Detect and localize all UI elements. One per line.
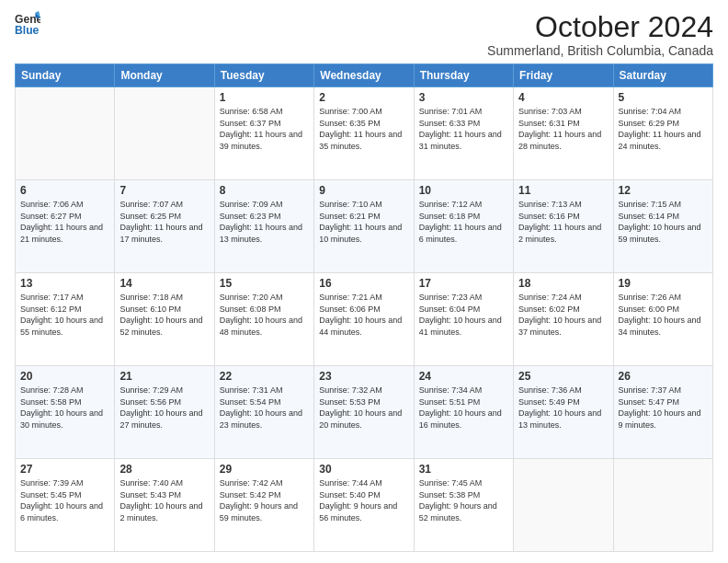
calendar-cell: 12Sunrise: 7:15 AM Sunset: 6:14 PM Dayli… <box>613 180 712 273</box>
weekday-header: Friday <box>514 64 613 87</box>
day-number: 1 <box>220 91 309 104</box>
calendar-cell: 18Sunrise: 7:24 AM Sunset: 6:02 PM Dayli… <box>514 273 613 366</box>
day-info: Sunrise: 7:18 AM Sunset: 6:10 PM Dayligh… <box>119 292 209 338</box>
day-number: 4 <box>518 91 608 104</box>
calendar-table: SundayMondayTuesdayWednesdayThursdayFrid… <box>15 63 713 552</box>
month-title: October 2024 <box>487 11 713 43</box>
calendar-week-row: 20Sunrise: 7:28 AM Sunset: 5:58 PM Dayli… <box>16 366 713 459</box>
title-block: October 2024 Summerland, British Columbi… <box>487 11 713 58</box>
calendar-cell: 2Sunrise: 7:00 AM Sunset: 6:35 PM Daylig… <box>314 87 414 180</box>
day-number: 31 <box>419 463 508 476</box>
day-info: Sunrise: 7:10 AM Sunset: 6:21 PM Dayligh… <box>319 199 408 245</box>
calendar-cell: 21Sunrise: 7:29 AM Sunset: 5:56 PM Dayli… <box>115 366 214 459</box>
calendar-cell: 30Sunrise: 7:44 AM Sunset: 5:40 PM Dayli… <box>314 459 414 552</box>
day-number: 6 <box>20 184 109 197</box>
day-number: 19 <box>619 277 708 290</box>
day-info: Sunrise: 7:03 AM Sunset: 6:31 PM Dayligh… <box>518 106 608 152</box>
day-info: Sunrise: 7:09 AM Sunset: 6:23 PM Dayligh… <box>220 199 309 245</box>
calendar-cell: 1Sunrise: 6:58 AM Sunset: 6:37 PM Daylig… <box>214 87 313 180</box>
calendar-cell: 14Sunrise: 7:18 AM Sunset: 6:10 PM Dayli… <box>115 273 214 366</box>
day-number: 22 <box>220 370 309 383</box>
day-info: Sunrise: 7:17 AM Sunset: 6:12 PM Dayligh… <box>20 292 109 338</box>
day-number: 20 <box>20 370 109 383</box>
weekday-header: Wednesday <box>314 64 414 87</box>
calendar-cell: 15Sunrise: 7:20 AM Sunset: 6:08 PM Dayli… <box>214 273 313 366</box>
calendar-cell: 28Sunrise: 7:40 AM Sunset: 5:43 PM Dayli… <box>115 459 214 552</box>
calendar-cell: 27Sunrise: 7:39 AM Sunset: 5:45 PM Dayli… <box>16 459 115 552</box>
calendar-cell: 11Sunrise: 7:13 AM Sunset: 6:16 PM Dayli… <box>514 180 613 273</box>
calendar-cell: 23Sunrise: 7:32 AM Sunset: 5:53 PM Dayli… <box>314 366 414 459</box>
day-info: Sunrise: 7:40 AM Sunset: 5:43 PM Dayligh… <box>119 477 209 523</box>
logo: General Blue <box>15 11 40 37</box>
day-number: 23 <box>319 370 408 383</box>
day-number: 25 <box>518 370 608 383</box>
location-title: Summerland, British Columbia, Canada <box>487 43 713 58</box>
weekday-header: Tuesday <box>214 64 313 87</box>
calendar-week-row: 27Sunrise: 7:39 AM Sunset: 5:45 PM Dayli… <box>16 459 713 552</box>
calendar-cell <box>115 87 214 180</box>
day-info: Sunrise: 7:29 AM Sunset: 5:56 PM Dayligh… <box>119 385 209 431</box>
day-number: 11 <box>518 184 608 197</box>
day-info: Sunrise: 7:13 AM Sunset: 6:16 PM Dayligh… <box>518 199 608 245</box>
logo-icon: General Blue <box>15 11 40 37</box>
calendar-cell: 20Sunrise: 7:28 AM Sunset: 5:58 PM Dayli… <box>16 366 115 459</box>
day-info: Sunrise: 7:12 AM Sunset: 6:18 PM Dayligh… <box>419 199 508 245</box>
day-info: Sunrise: 7:42 AM Sunset: 5:42 PM Dayligh… <box>220 477 309 523</box>
day-number: 3 <box>419 91 508 104</box>
calendar-cell <box>16 87 115 180</box>
day-number: 15 <box>220 277 309 290</box>
weekday-header: Sunday <box>16 64 115 87</box>
day-info: Sunrise: 7:45 AM Sunset: 5:38 PM Dayligh… <box>419 477 508 523</box>
weekday-header: Monday <box>115 64 214 87</box>
calendar-week-row: 13Sunrise: 7:17 AM Sunset: 6:12 PM Dayli… <box>16 273 713 366</box>
calendar-week-row: 1Sunrise: 6:58 AM Sunset: 6:37 PM Daylig… <box>16 87 713 180</box>
day-info: Sunrise: 7:28 AM Sunset: 5:58 PM Dayligh… <box>20 385 109 431</box>
calendar-cell: 19Sunrise: 7:26 AM Sunset: 6:00 PM Dayli… <box>613 273 712 366</box>
day-info: Sunrise: 7:34 AM Sunset: 5:51 PM Dayligh… <box>419 385 508 431</box>
calendar-cell: 22Sunrise: 7:31 AM Sunset: 5:54 PM Dayli… <box>214 366 313 459</box>
day-number: 9 <box>319 184 408 197</box>
day-number: 24 <box>419 370 508 383</box>
day-number: 21 <box>119 370 209 383</box>
calendar-cell: 10Sunrise: 7:12 AM Sunset: 6:18 PM Dayli… <box>414 180 513 273</box>
day-info: Sunrise: 7:15 AM Sunset: 6:14 PM Dayligh… <box>619 199 708 245</box>
day-number: 2 <box>319 91 408 104</box>
day-info: Sunrise: 7:23 AM Sunset: 6:04 PM Dayligh… <box>419 292 508 338</box>
day-number: 18 <box>518 277 608 290</box>
day-info: Sunrise: 7:20 AM Sunset: 6:08 PM Dayligh… <box>220 292 309 338</box>
calendar-cell: 4Sunrise: 7:03 AM Sunset: 6:31 PM Daylig… <box>514 87 613 180</box>
day-info: Sunrise: 7:31 AM Sunset: 5:54 PM Dayligh… <box>220 385 309 431</box>
page: General Blue October 2024 Summerland, Br… <box>0 0 728 563</box>
day-info: Sunrise: 7:07 AM Sunset: 6:25 PM Dayligh… <box>119 199 209 245</box>
calendar-cell: 7Sunrise: 7:07 AM Sunset: 6:25 PM Daylig… <box>115 180 214 273</box>
calendar-cell: 24Sunrise: 7:34 AM Sunset: 5:51 PM Dayli… <box>414 366 513 459</box>
calendar-cell <box>514 459 613 552</box>
day-info: Sunrise: 7:37 AM Sunset: 5:47 PM Dayligh… <box>619 385 708 431</box>
calendar-cell <box>613 459 712 552</box>
svg-text:Blue: Blue <box>15 24 40 37</box>
calendar-cell: 29Sunrise: 7:42 AM Sunset: 5:42 PM Dayli… <box>214 459 313 552</box>
day-info: Sunrise: 6:58 AM Sunset: 6:37 PM Dayligh… <box>220 106 309 152</box>
day-info: Sunrise: 7:24 AM Sunset: 6:02 PM Dayligh… <box>518 292 608 338</box>
calendar-cell: 3Sunrise: 7:01 AM Sunset: 6:33 PM Daylig… <box>414 87 513 180</box>
day-info: Sunrise: 7:01 AM Sunset: 6:33 PM Dayligh… <box>419 106 508 152</box>
day-info: Sunrise: 7:06 AM Sunset: 6:27 PM Dayligh… <box>20 199 109 245</box>
day-number: 12 <box>619 184 708 197</box>
day-info: Sunrise: 7:39 AM Sunset: 5:45 PM Dayligh… <box>20 477 109 523</box>
calendar-cell: 17Sunrise: 7:23 AM Sunset: 6:04 PM Dayli… <box>414 273 513 366</box>
day-info: Sunrise: 7:32 AM Sunset: 5:53 PM Dayligh… <box>319 385 408 431</box>
calendar-cell: 25Sunrise: 7:36 AM Sunset: 5:49 PM Dayli… <box>514 366 613 459</box>
header-row: SundayMondayTuesdayWednesdayThursdayFrid… <box>16 64 713 87</box>
calendar-cell: 6Sunrise: 7:06 AM Sunset: 6:27 PM Daylig… <box>16 180 115 273</box>
calendar-cell: 9Sunrise: 7:10 AM Sunset: 6:21 PM Daylig… <box>314 180 414 273</box>
calendar-cell: 16Sunrise: 7:21 AM Sunset: 6:06 PM Dayli… <box>314 273 414 366</box>
day-info: Sunrise: 7:21 AM Sunset: 6:06 PM Dayligh… <box>319 292 408 338</box>
day-number: 13 <box>20 277 109 290</box>
calendar-cell: 13Sunrise: 7:17 AM Sunset: 6:12 PM Dayli… <box>16 273 115 366</box>
day-info: Sunrise: 7:00 AM Sunset: 6:35 PM Dayligh… <box>319 106 408 152</box>
weekday-header: Thursday <box>414 64 513 87</box>
day-number: 27 <box>20 463 109 476</box>
day-number: 8 <box>220 184 309 197</box>
day-info: Sunrise: 7:26 AM Sunset: 6:00 PM Dayligh… <box>619 292 708 338</box>
day-number: 26 <box>619 370 708 383</box>
